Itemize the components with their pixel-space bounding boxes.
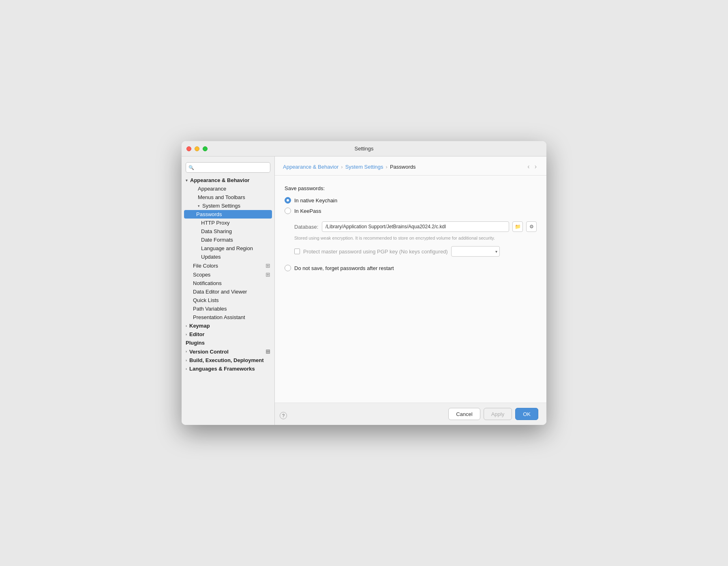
- search-icon: 🔍: [188, 165, 194, 170]
- sidebar-item-quick-lists[interactable]: Quick Lists: [182, 296, 274, 304]
- sidebar-item-label: Data Editor and Viewer: [193, 289, 247, 295]
- breadcrumb-sep2: ›: [386, 164, 388, 170]
- sidebar-item-label: Languages & Frameworks: [189, 366, 255, 372]
- title-bar: Settings: [182, 141, 546, 157]
- sidebar-item-presentation-assistant[interactable]: Presentation Assistant: [182, 313, 274, 322]
- back-arrow[interactable]: ‹: [526, 162, 531, 171]
- radio-label-native: In native Keychain: [294, 197, 337, 204]
- sidebar-item-label: Path Variables: [193, 306, 227, 312]
- sidebar-item-label: Build, Execution, Deployment: [189, 357, 263, 363]
- gear-icon: ⚙: [529, 224, 534, 229]
- sidebar-item-file-colors[interactable]: File Colors ⊞: [182, 261, 274, 270]
- window-title: Settings: [355, 146, 374, 152]
- scopes-badge: ⊞: [266, 271, 270, 278]
- help-button[interactable]: ?: [280, 412, 287, 419]
- sidebar-item-updates[interactable]: Updates: [182, 253, 274, 261]
- sidebar-item-label: Data Sharing: [201, 228, 232, 234]
- sidebar-item-plugins[interactable]: Plugins: [182, 339, 274, 347]
- sidebar-item-keymap[interactable]: › Keymap: [182, 322, 274, 330]
- sidebar-item-appearance-behavior[interactable]: ▾ Appearance & Behavior: [182, 176, 274, 184]
- sidebar-item-path-variables[interactable]: Path Variables: [182, 304, 274, 313]
- sidebar-item-label: Appearance: [198, 186, 226, 192]
- sidebar: 🔍 ▾ Appearance & Behavior Appearance Men…: [182, 157, 275, 425]
- minimize-button[interactable]: [195, 146, 199, 151]
- radio-option-keepass[interactable]: In KeePass: [285, 208, 537, 214]
- sidebar-item-label: HTTP Proxy: [201, 220, 230, 226]
- chevron-right-icon: ›: [186, 332, 187, 337]
- pgp-checkbox[interactable]: [294, 249, 300, 254]
- folder-icon: 📁: [515, 224, 521, 229]
- pgp-select[interactable]: [451, 246, 500, 257]
- sidebar-item-label: Keymap: [189, 323, 210, 329]
- sidebar-item-version-control[interactable]: › Version Control ⊞: [182, 347, 274, 356]
- version-control-badge: ⊞: [266, 348, 270, 355]
- sidebar-item-editor[interactable]: › Editor: [182, 330, 274, 339]
- search-container: 🔍: [182, 160, 274, 176]
- radio-option-native-keychain[interactable]: In native Keychain: [285, 197, 537, 204]
- sidebar-item-data-sharing[interactable]: Data Sharing: [182, 227, 274, 236]
- sidebar-item-label: Editor: [189, 331, 205, 337]
- sidebar-item-build-execution-deployment[interactable]: › Build, Execution, Deployment: [182, 356, 274, 364]
- database-hint: Stored using weak encryption. It is reco…: [294, 235, 537, 241]
- keepass-section: Database: 📁 ⚙ Stored using weak encrypti…: [294, 221, 537, 257]
- file-colors-badge: ⊞: [266, 262, 270, 269]
- radio-label-keepass: In KeePass: [294, 208, 321, 214]
- search-input[interactable]: [186, 162, 270, 173]
- radio-circle-keepass: [285, 208, 291, 214]
- database-label: Database:: [294, 224, 319, 230]
- sidebar-item-label: Scopes: [193, 272, 210, 278]
- breadcrumb-sep1: ›: [341, 164, 343, 170]
- sidebar-item-notifications[interactable]: Notifications: [182, 279, 274, 287]
- radio-circle-native: [285, 197, 291, 204]
- breadcrumb-part2[interactable]: System Settings: [345, 164, 383, 170]
- content-body: Save passwords: In native Keychain In Ke…: [275, 176, 546, 403]
- close-button[interactable]: [186, 146, 191, 151]
- sidebar-item-label: Notifications: [193, 280, 222, 286]
- breadcrumb-current: Passwords: [390, 164, 416, 170]
- sidebar-item-label: Passwords: [196, 211, 222, 217]
- breadcrumb-part1[interactable]: Appearance & Behavior: [283, 164, 338, 170]
- help-label: ?: [282, 413, 285, 418]
- chevron-right-icon: ›: [186, 324, 187, 328]
- sidebar-item-label: Appearance & Behavior: [190, 177, 250, 183]
- save-passwords-label: Save passwords:: [285, 185, 537, 191]
- sidebar-item-label: Updates: [201, 254, 221, 260]
- sidebar-item-label: Quick Lists: [193, 297, 219, 303]
- sidebar-item-language-region[interactable]: Language and Region: [182, 244, 274, 253]
- radio-circle-do-not-save: [285, 265, 291, 271]
- sidebar-item-label: Presentation Assistant: [193, 314, 245, 320]
- maximize-button[interactable]: [203, 146, 208, 151]
- sidebar-item-system-settings[interactable]: ▾ System Settings: [182, 202, 274, 210]
- password-radio-group: In native Keychain In KeePass Database:: [285, 197, 537, 271]
- apply-button[interactable]: Apply: [484, 408, 512, 420]
- settings-button[interactable]: ⚙: [526, 221, 537, 232]
- sidebar-item-http-proxy[interactable]: HTTP Proxy: [182, 219, 274, 227]
- footer: ? Cancel Apply OK: [275, 403, 546, 425]
- sidebar-item-passwords[interactable]: Passwords: [184, 210, 272, 219]
- sidebar-item-appearance[interactable]: Appearance: [182, 184, 274, 193]
- traffic-lights: [186, 146, 208, 151]
- database-row: Database: 📁 ⚙: [294, 221, 537, 232]
- chevron-down-icon: ▾: [186, 178, 188, 182]
- chevron-right-icon: ›: [186, 349, 187, 354]
- sidebar-item-languages-frameworks[interactable]: › Languages & Frameworks: [182, 364, 274, 373]
- chevron-right-icon: ›: [186, 358, 187, 362]
- ok-button[interactable]: OK: [515, 408, 538, 420]
- radio-option-do-not-save[interactable]: Do not save, forget passwords after rest…: [285, 265, 537, 271]
- sidebar-item-date-formats[interactable]: Date Formats: [182, 236, 274, 244]
- sidebar-item-scopes[interactable]: Scopes ⊞: [182, 270, 274, 279]
- pgp-row: Protect master password using PGP key (N…: [294, 246, 537, 257]
- pgp-label: Protect master password using PGP key (N…: [303, 249, 448, 255]
- settings-window: Settings 🔍 ▾ Appearance & Behavior Appea…: [182, 141, 546, 425]
- forward-arrow[interactable]: ›: [533, 162, 538, 171]
- cancel-button[interactable]: Cancel: [448, 408, 480, 420]
- sidebar-item-label: File Colors: [193, 263, 218, 269]
- sidebar-item-data-editor-viewer[interactable]: Data Editor and Viewer: [182, 287, 274, 296]
- sidebar-item-label: Date Formats: [201, 237, 233, 243]
- sidebar-item-menus-toolbars[interactable]: Menus and Toolbars: [182, 193, 274, 202]
- browse-button[interactable]: 📁: [512, 221, 523, 232]
- breadcrumb: Appearance & Behavior › System Settings …: [283, 164, 416, 170]
- sidebar-item-label: Language and Region: [201, 245, 253, 251]
- chevron-down-icon: ▾: [198, 204, 200, 208]
- database-input[interactable]: [322, 221, 509, 232]
